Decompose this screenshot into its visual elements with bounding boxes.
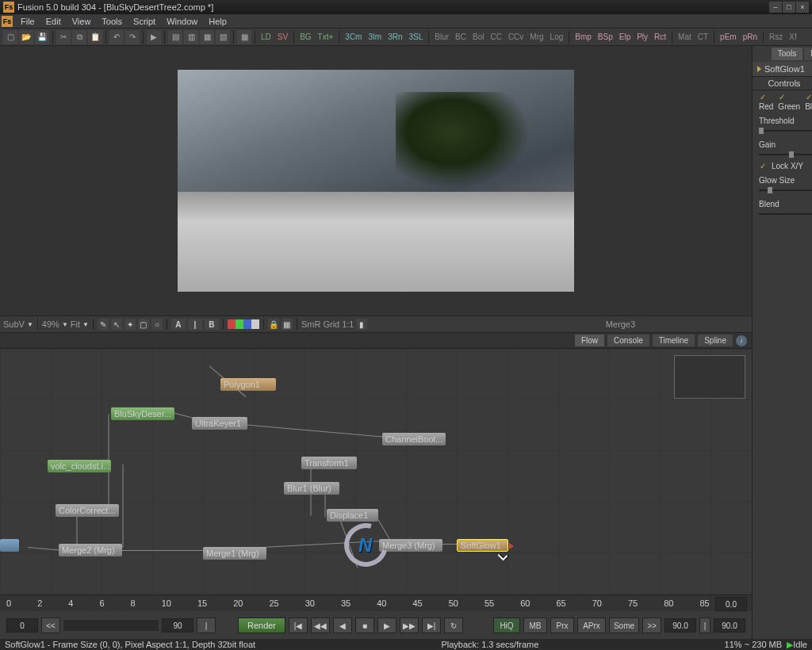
some-button[interactable]: Some (609, 618, 639, 633)
tool-mrg[interactable]: Mrg (527, 32, 546, 41)
goto-end-button[interactable]: ▶| (422, 618, 441, 633)
prx-button[interactable]: Prx (550, 618, 574, 633)
tool-rsz[interactable]: Rsz (767, 32, 785, 41)
play-icon[interactable]: ▶ (147, 30, 161, 44)
node-transform[interactable]: Transform1 (301, 457, 357, 469)
tool-icon[interactable]: ↖ (111, 319, 122, 330)
ratio-button[interactable]: 1:1 (342, 319, 354, 329)
tab-spline[interactable]: Spline (698, 335, 733, 346)
node-colorcorrect[interactable]: ColorCorrect... (56, 504, 119, 517)
minimize-button[interactable]: – (769, 2, 782, 13)
undo-icon[interactable]: ↶ (109, 30, 124, 44)
range-end-btn[interactable]: | (197, 618, 216, 633)
blend-slider[interactable] (759, 212, 812, 216)
tool-log[interactable]: Log (548, 32, 566, 41)
node-volc[interactable]: volc_cloudsLi... (48, 460, 111, 472)
tool-prn[interactable]: pRn (741, 32, 760, 41)
tool-ply[interactable]: Ply (634, 32, 650, 41)
menu-script[interactable]: Script (128, 17, 160, 26)
menu-edit[interactable]: Edit (41, 17, 66, 26)
node-input[interactable] (0, 539, 19, 552)
tool-ccv[interactable]: CCv (506, 32, 526, 41)
range-end[interactable]: 90 (162, 618, 193, 633)
rect-icon[interactable]: ▢ (138, 319, 149, 330)
range-slider[interactable] (63, 620, 159, 631)
open-icon[interactable]: 📂 (19, 30, 33, 44)
tool-sv[interactable]: SV (275, 32, 290, 41)
node-ultrakeyer[interactable]: UltraKeyer1 (192, 417, 247, 430)
check-green[interactable]: ✓ (778, 94, 786, 101)
render-button[interactable]: Render (238, 618, 285, 633)
node-blur[interactable]: Blur1 (Blur) (284, 482, 339, 495)
gain-slider[interactable] (759, 153, 812, 156)
goto-start-button[interactable]: |◀ (289, 618, 308, 633)
bins-icon[interactable]: ▦ (237, 30, 251, 44)
new-icon[interactable]: ▢ (3, 30, 17, 44)
lock-icon[interactable]: 🔒 (268, 319, 279, 330)
layout2-icon[interactable]: ▥ (184, 30, 198, 44)
hiq-button[interactable]: HiQ (493, 618, 520, 633)
tool-blur[interactable]: Blur (432, 32, 451, 41)
flow-navigator[interactable] (674, 355, 745, 399)
layout1-icon[interactable]: ▤ (168, 30, 182, 44)
circle-icon[interactable]: ○ (151, 319, 163, 330)
menu-help[interactable]: Help (204, 17, 232, 26)
node-channelbool[interactable]: ChannelBool... (382, 433, 446, 445)
node-displace[interactable]: Displace1 (327, 509, 378, 522)
channel-swatches[interactable] (228, 319, 259, 329)
inspector-title[interactable]: SoftGlow1 (753, 62, 812, 76)
play-back-button[interactable]: ◀ (333, 618, 352, 633)
step-fwd-button[interactable]: ▶▶ (400, 618, 419, 633)
check-lockxy[interactable]: ✓ (759, 162, 767, 170)
tool-bol[interactable]: Bol (470, 32, 486, 41)
tool-pem[interactable]: pEm (718, 32, 739, 41)
tool-bc[interactable]: BC (453, 32, 469, 41)
layout3-icon[interactable]: ▦ (200, 30, 214, 44)
redo-icon[interactable]: ↷ (125, 30, 140, 44)
tool-3cm[interactable]: 3Cm (343, 32, 364, 41)
range-start-btn[interactable]: << (41, 618, 60, 633)
tool-cc[interactable]: CC (488, 32, 504, 41)
threshold-slider[interactable] (759, 129, 812, 132)
maximize-button[interactable]: □ (783, 2, 795, 13)
save-icon[interactable]: 💾 (35, 30, 49, 44)
tool-txt[interactable]: Txt+ (316, 32, 336, 41)
flow-editor[interactable]: Polygon1 BluSkyDeser... UltraKeyer1 Chan… (0, 349, 752, 595)
menu-window[interactable]: Window (162, 17, 202, 26)
stop-button[interactable]: ■ (355, 618, 374, 633)
tab-timeline[interactable]: Timeline (653, 335, 695, 346)
cut-icon[interactable]: ✂ (56, 30, 71, 44)
fit-button[interactable]: Fit (71, 319, 80, 329)
node-merge1[interactable]: Merge1 (Mrg) (203, 547, 266, 560)
close-button[interactable]: × (796, 2, 809, 13)
menu-view[interactable]: View (67, 17, 96, 26)
a-buffer-button[interactable]: A (171, 319, 186, 330)
tab-flow[interactable]: Flow (575, 335, 604, 346)
node-polygon[interactable]: Polygon1 (220, 378, 276, 391)
check-blue[interactable]: ✓ (805, 94, 812, 101)
step-back-button[interactable]: ◀◀ (311, 618, 330, 633)
bars-icon[interactable]: ▮ (356, 319, 367, 330)
tool-bg[interactable]: BG (297, 32, 313, 41)
tool-ld[interactable]: LD (259, 32, 274, 41)
play-fwd-button[interactable]: ▶ (377, 618, 396, 633)
tool-bmp[interactable]: Bmp (573, 32, 594, 41)
time-current[interactable]: 0.0 (715, 597, 747, 611)
loop-button[interactable]: ↻ (444, 618, 463, 633)
check-red[interactable]: ✓ (759, 94, 767, 101)
tool-bsp[interactable]: BSp (596, 32, 615, 41)
viewer[interactable] (0, 46, 752, 315)
render-end2[interactable]: 90.0 (714, 618, 745, 633)
tool-ct[interactable]: CT (695, 32, 710, 41)
copy-icon[interactable]: ⧉ (72, 30, 86, 44)
tool-mat[interactable]: Mat (676, 32, 694, 41)
ab-split-button[interactable]: | (188, 319, 202, 330)
menu-tools[interactable]: Tools (97, 17, 127, 26)
range-start[interactable]: 0 (6, 618, 38, 633)
tool-xf[interactable]: Xf (787, 32, 799, 41)
subview-dropdown[interactable]: SubV (3, 319, 25, 329)
end-bracket[interactable]: | (699, 618, 710, 633)
tool-3rn[interactable]: 3Rn (385, 32, 404, 41)
wand-icon[interactable]: ✦ (124, 319, 136, 330)
node-merge2[interactable]: Merge2 (Mrg) (59, 544, 122, 556)
